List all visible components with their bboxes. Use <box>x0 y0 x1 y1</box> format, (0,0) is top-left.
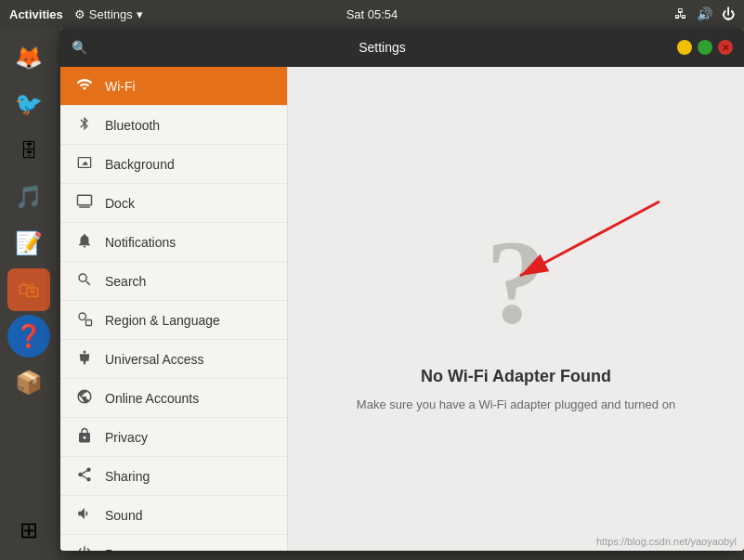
minimize-button[interactable] <box>677 40 692 55</box>
sidebar-label-region-language: Region & Language <box>105 313 220 328</box>
settings-icon: ⚙ <box>74 7 85 21</box>
sidebar-label-wifi: Wi-Fi <box>105 79 136 94</box>
chevron-down-icon: ▾ <box>137 7 143 21</box>
sidebar-item-sharing[interactable]: Sharing <box>60 457 287 496</box>
no-wifi-title: No Wi-Fi Adapter Found <box>421 367 611 386</box>
window-title: Settings <box>87 40 677 55</box>
sidebar-label-online-accounts: Online Accounts <box>105 391 199 406</box>
settings-window: 🔍 Settings ✕ Wi-Fi Bluetooth <box>60 28 744 551</box>
sidebar-item-dock[interactable]: Dock <box>60 184 287 223</box>
notifications-icon <box>75 232 94 253</box>
sidebar-item-region-language[interactable]: Region & Language <box>60 301 287 340</box>
background-icon <box>75 155 94 174</box>
activities-button[interactable]: Activities <box>9 7 63 21</box>
sharing-icon <box>75 466 94 487</box>
window-controls: ✕ <box>677 40 733 55</box>
privacy-icon <box>75 427 94 448</box>
sidebar-label-universal-access: Universal Access <box>105 352 204 367</box>
dock-icon <box>75 193 94 214</box>
settings-menu-label: Settings <box>89 7 133 21</box>
sidebar-item-wifi[interactable]: Wi-Fi <box>60 67 287 106</box>
sidebar-label-privacy: Privacy <box>105 430 148 445</box>
sidebar-label-bluetooth: Bluetooth <box>105 118 160 133</box>
wifi-icon <box>75 76 94 97</box>
sidebar-item-power[interactable]: Power <box>60 535 287 551</box>
taskbar-appstore[interactable]: 🛍 <box>7 268 50 311</box>
no-wifi-icon-container: ? <box>441 207 590 356</box>
sidebar-item-universal-access[interactable]: Universal Access <box>60 340 287 379</box>
no-wifi-subtitle: Make sure you have a Wi-Fi adapter plugg… <box>357 397 675 411</box>
taskbar-app-grid[interactable]: ⊞ <box>7 509 50 552</box>
sidebar: Wi-Fi Bluetooth Background <box>60 67 288 551</box>
taskbar-writer[interactable]: 📝 <box>7 222 50 265</box>
svg-rect-3 <box>86 319 92 325</box>
network-icon: 🖧 <box>674 7 687 21</box>
topbar-clock: Sat 05:54 <box>346 7 398 21</box>
universal-access-icon <box>75 349 94 370</box>
topbar-right: 🖧 🔊 ⏻ <box>674 7 735 21</box>
topbar: Activities ⚙ Settings ▾ Sat 05:54 🖧 🔊 ⏻ <box>0 0 744 28</box>
volume-icon: 🔊 <box>697 7 712 21</box>
sidebar-label-dock: Dock <box>105 196 135 211</box>
maximize-button[interactable] <box>698 40 712 55</box>
sidebar-label-sound: Sound <box>105 508 142 523</box>
sidebar-label-notifications: Notifications <box>105 235 176 250</box>
no-wifi-question-mark: ? <box>486 221 546 342</box>
power-icon <box>75 544 94 552</box>
power-menu-icon[interactable]: ⏻ <box>722 7 735 21</box>
taskbar-music[interactable]: 🎵 <box>7 176 50 218</box>
topbar-left: Activities ⚙ Settings ▾ <box>9 7 143 21</box>
main-panel: ? No Wi-Fi Adapter Found Make sure you h… <box>288 67 744 551</box>
svg-rect-0 <box>78 195 92 205</box>
sidebar-item-search[interactable]: Search <box>60 262 287 301</box>
sidebar-item-background[interactable]: Background <box>60 145 287 184</box>
url-hint: https://blog.csdn.net/yaoyaobyl <box>596 536 737 547</box>
bluetooth-icon <box>75 115 94 136</box>
taskbar-firefox[interactable]: 🦊 <box>7 36 50 79</box>
sidebar-label-power: Power <box>105 547 142 552</box>
search-icon <box>75 271 94 292</box>
topbar-settings-menu[interactable]: ⚙ Settings ▾ <box>74 7 143 21</box>
sidebar-item-notifications[interactable]: Notifications <box>60 223 287 262</box>
svg-point-2 <box>79 313 86 320</box>
sidebar-item-online-accounts[interactable]: Online Accounts <box>60 379 287 418</box>
taskbar-files[interactable]: 🗄 <box>7 129 50 172</box>
titlebar-search-area[interactable]: 🔍 <box>72 40 87 55</box>
taskbar-amazon[interactable]: 📦 <box>7 361 50 404</box>
svg-rect-1 <box>79 206 90 208</box>
taskbar-thunderbird[interactable]: 🐦 <box>7 83 50 125</box>
taskbar-help[interactable]: ❓ <box>7 315 50 358</box>
sidebar-item-sound[interactable]: Sound <box>60 496 287 535</box>
no-wifi-content: ? No Wi-Fi Adapter Found Make sure you h… <box>357 207 675 411</box>
taskbar: 🦊 🐦 🗄 🎵 📝 🛍 ❓ 📦 ⊞ <box>0 28 58 560</box>
online-accounts-icon <box>75 388 94 409</box>
sidebar-item-privacy[interactable]: Privacy <box>60 418 287 457</box>
search-icon: 🔍 <box>72 40 87 55</box>
sidebar-item-bluetooth[interactable]: Bluetooth <box>60 106 287 145</box>
sidebar-label-sharing: Sharing <box>105 469 150 484</box>
titlebar: 🔍 Settings ✕ <box>60 28 744 67</box>
window-content: Wi-Fi Bluetooth Background <box>60 67 744 551</box>
sidebar-label-background: Background <box>105 157 175 172</box>
close-button[interactable]: ✕ <box>718 40 733 55</box>
sound-icon <box>75 505 94 526</box>
sidebar-label-search: Search <box>105 274 146 289</box>
svg-point-4 <box>84 350 86 353</box>
region-icon <box>75 310 94 331</box>
